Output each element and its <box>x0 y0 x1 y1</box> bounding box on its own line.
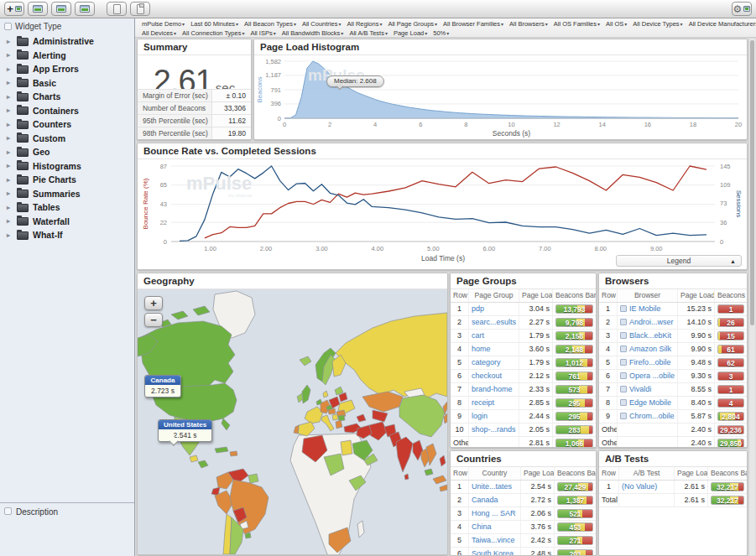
name-link[interactable]: brand-home <box>472 385 513 393</box>
sidebar-item-what-if[interactable]: ▸What-If <box>7 228 134 242</box>
name-link[interactable]: Firefo...obile <box>629 358 671 366</box>
column-header-page-load[interactable]: Page Load <box>519 289 553 302</box>
name-link[interactable]: checkout <box>472 372 502 380</box>
filter-all-browser-families[interactable]: All Browser Families▾ <box>443 20 503 29</box>
zoom-out-button[interactable]: − <box>144 313 163 327</box>
disclosure-triangle-icon[interactable]: ▸ <box>7 65 13 73</box>
world-map[interactable]: + − Canada 2.723 s United States 2.541 s <box>138 289 447 554</box>
filter-all-isps[interactable]: All ISPs▾ <box>250 29 275 38</box>
name-link[interactable]: Hong ... SAR <box>472 509 516 517</box>
column-header-beacons-bar[interactable]: Beacons Bar▼ <box>708 467 747 480</box>
sidebar-item-basic[interactable]: ▸Basic <box>7 76 134 91</box>
disclosure-triangle-icon[interactable]: ▸ <box>7 204 13 211</box>
sidebar-item-counters[interactable]: ▸Counters <box>7 117 134 132</box>
column-header-a-b-test[interactable]: A/B Test <box>619 467 675 480</box>
name-link[interactable]: Black...ebKit <box>629 331 671 340</box>
name-link[interactable]: searc...esults <box>472 318 516 326</box>
column-header-page-group[interactable]: Page Group <box>469 289 519 302</box>
vertical-scrollbar[interactable] <box>748 39 755 555</box>
column-header-row[interactable]: Row <box>599 289 618 302</box>
sidebar-item-charts[interactable]: ▸Charts <box>7 90 134 104</box>
scrollbar-thumb[interactable] <box>750 40 754 325</box>
name-link[interactable]: Vivaldi <box>629 385 651 393</box>
disclosure-triangle-icon[interactable]: ▸ <box>7 231 13 239</box>
filter-all-beacon-types[interactable]: All Beacon Types▾ <box>244 20 296 29</box>
copy-button[interactable] <box>107 2 127 16</box>
name-link[interactable]: IE Mobile <box>629 304 661 313</box>
disclosure-triangle-icon[interactable]: ▸ <box>7 93 13 101</box>
legend-toggle[interactable]: Legend▲ <box>616 255 742 267</box>
name-link[interactable]: receipt <box>472 398 494 407</box>
column-header-browser[interactable]: Browser <box>618 289 678 302</box>
layout-window-button-3[interactable] <box>75 2 95 16</box>
column-header-beacons-bar[interactable]: Beacons Bar▼ <box>555 467 596 480</box>
name-link[interactable]: category <box>472 358 501 366</box>
filter-all-os[interactable]: All OS▾ <box>606 20 627 29</box>
sidebar-item-containers[interactable]: ▸Containers <box>7 104 134 118</box>
sidebar-item-pie-charts[interactable]: ▸Pie Charts <box>7 173 134 187</box>
column-header-page-load[interactable]: Page Load <box>675 467 708 480</box>
column-header-row[interactable]: Row <box>599 467 619 480</box>
sidebar-item-custom[interactable]: ▸Custom <box>7 132 134 146</box>
sidebar-item-app-errors[interactable]: ▸App Errors <box>7 62 134 76</box>
filter-all-devices[interactable]: All Devices▾ <box>142 29 176 38</box>
disclosure-triangle-icon[interactable]: ▸ <box>7 38 13 45</box>
sidebar-item-histograms[interactable]: ▸Histograms <box>7 159 134 174</box>
name-link[interactable]: Canada <box>472 496 498 504</box>
name-link[interactable]: cart <box>472 331 484 340</box>
name-link[interactable]: shop-...rands <box>472 425 516 434</box>
filter-mpulse-demo[interactable]: mPulse Demo▾ <box>142 20 185 29</box>
filter-all-os-families[interactable]: All OS Families▾ <box>554 20 600 29</box>
disclosure-triangle-icon[interactable]: ▸ <box>7 217 13 225</box>
name-link[interactable]: South Korea <box>472 549 514 556</box>
column-header-page-load[interactable]: Page Load▼ <box>678 289 715 302</box>
sidebar-item-tables[interactable]: ▸Tables <box>7 200 134 215</box>
sidebar-item-alerting[interactable]: ▸Alerting <box>7 49 134 63</box>
filter-all-regions[interactable]: All Regions▾ <box>347 20 382 29</box>
sidebar-item-geo[interactable]: ▸Geo <box>7 145 134 159</box>
filter-page-load[interactable]: Page Load▾ <box>394 29 427 38</box>
disclosure-triangle-icon[interactable]: ▸ <box>7 107 13 114</box>
filter-all-countries[interactable]: All Countries▾ <box>302 20 342 29</box>
filter-all-connection-types[interactable]: All Connection Types▾ <box>182 29 244 38</box>
name-link[interactable]: China <box>472 522 492 531</box>
name-link[interactable]: Taiwa...vince <box>472 536 515 544</box>
name-link[interactable]: Unite...tates <box>472 482 512 491</box>
sidebar-item-summaries[interactable]: ▸Summaries <box>7 187 134 201</box>
name-link[interactable]: Opera ...obile <box>629 372 675 380</box>
name-link[interactable]: Androi...wser <box>629 318 674 326</box>
filter-all-device-manufacturers[interactable]: All Device Manufacturers▾ <box>689 20 756 29</box>
column-header-country[interactable]: Country <box>469 467 521 480</box>
column-header-beacons-bar[interactable]: Beacons Bar <box>715 289 747 302</box>
disclosure-triangle-icon[interactable]: ▸ <box>7 190 13 197</box>
disclosure-triangle-icon[interactable]: ▸ <box>7 176 13 184</box>
layout-window-button-1[interactable] <box>28 2 48 16</box>
settings-button[interactable]: ⚙ <box>732 2 752 16</box>
filter-all-device-types[interactable]: All Device Types▾ <box>633 20 682 29</box>
sidebar-item-waterfall[interactable]: ▸Waterfall <box>7 215 134 229</box>
name-link[interactable]: (No Value) <box>622 482 657 491</box>
filter-all-page-groups[interactable]: All Page Groups▾ <box>388 20 437 29</box>
disclosure-triangle-icon[interactable]: ▸ <box>7 51 13 59</box>
disclosure-triangle-icon[interactable]: ▸ <box>7 162 13 169</box>
column-header-page-load[interactable]: Page Load <box>521 467 555 480</box>
zoom-in-button[interactable]: + <box>144 296 163 310</box>
column-header-row[interactable]: Row <box>451 467 469 480</box>
column-header-beacons-bar[interactable]: Beacons Bar▼ <box>553 289 596 302</box>
name-link[interactable]: pdp <box>472 304 484 313</box>
layout-window-button-2[interactable] <box>51 2 71 16</box>
filter-all-bandwidth-blocks[interactable]: All Bandwidth Blocks▾ <box>282 29 344 38</box>
filter-all-browsers[interactable]: All Browsers▾ <box>509 20 548 29</box>
disclosure-triangle-icon[interactable]: ▸ <box>7 148 13 156</box>
name-link[interactable]: Chrom...obile <box>629 412 675 420</box>
disclosure-triangle-icon[interactable]: ▸ <box>7 134 13 142</box>
paste-button[interactable] <box>130 2 150 16</box>
sidebar-item-administrative[interactable]: ▸Administrative <box>7 34 134 49</box>
name-link[interactable]: login <box>472 412 487 420</box>
add-widget-button[interactable]: + <box>4 2 24 16</box>
disclosure-triangle-icon[interactable]: ▸ <box>7 79 13 86</box>
name-link[interactable]: Edge Mobile <box>629 398 671 407</box>
disclosure-triangle-icon[interactable]: ▸ <box>7 121 13 128</box>
filter-all-a-b-tests[interactable]: All A/B Tests▾ <box>349 29 388 38</box>
column-header-row[interactable]: Row <box>451 289 469 302</box>
